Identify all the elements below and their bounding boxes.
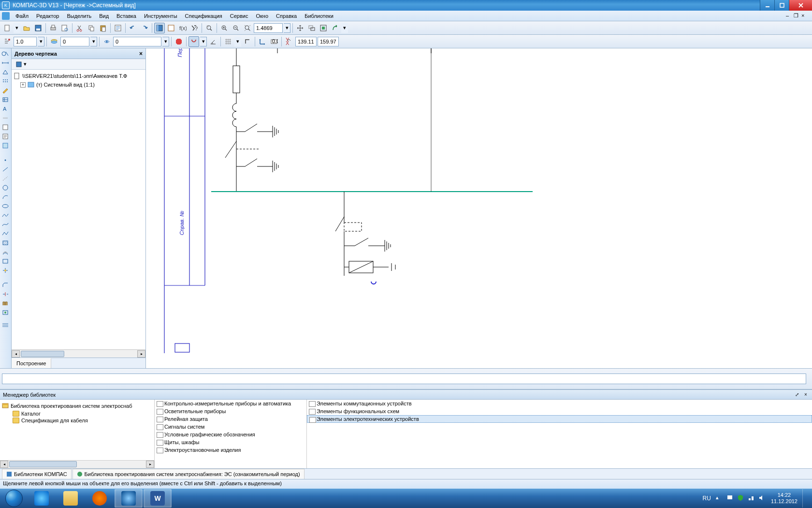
mdi-close-icon[interactable]: × <box>801 13 808 19</box>
lib-item-selected[interactable]: Элементы электротехнических устройств <box>307 415 812 423</box>
lib-item[interactable]: Сигналы систем <box>155 423 306 431</box>
lib-pin-icon[interactable]: ⤢ <box>794 391 800 398</box>
menu-libs[interactable]: Библиотеки <box>301 12 337 20</box>
layer-input[interactable] <box>60 37 89 46</box>
menu-tools[interactable]: Инструменты <box>140 12 181 20</box>
print-button[interactable] <box>48 23 58 33</box>
properties-button[interactable] <box>113 23 123 33</box>
local-cs-button[interactable] <box>257 36 268 47</box>
lib-tree-hscroll[interactable]: ◂▸ <box>0 460 154 468</box>
task-explorer[interactable] <box>57 489 85 508</box>
expand-icon[interactable]: + <box>20 82 26 88</box>
rounding-button[interactable]: 0.0 <box>269 36 279 47</box>
zoom-value-input[interactable] <box>254 23 283 33</box>
menu-view[interactable]: Вид <box>95 12 113 20</box>
point-icon[interactable] <box>0 156 11 164</box>
menu-insert[interactable]: Вставка <box>113 12 140 20</box>
insert-icon[interactable] <box>0 141 11 150</box>
grid-button[interactable] <box>223 36 233 47</box>
lib-tree-c2[interactable]: Спецификация для кабеля <box>2 417 152 424</box>
redraw-dropdown[interactable]: ▾ <box>341 23 348 33</box>
reports-icon[interactable] <box>0 132 11 141</box>
tree-hscroll[interactable]: ◂▸ <box>12 349 145 358</box>
task-media[interactable] <box>86 489 114 508</box>
bezier-icon[interactable] <box>0 220 11 229</box>
grid-tool-icon[interactable] <box>0 77 11 86</box>
refresh-button[interactable] <box>318 23 329 33</box>
task-word[interactable]: W <box>144 489 172 508</box>
maximize-button[interactable] <box>774 0 789 11</box>
toggle-panel-button[interactable] <box>154 23 165 33</box>
variables-button[interactable] <box>166 23 176 33</box>
menu-service[interactable]: Сервис <box>226 12 252 20</box>
zoom-prev-button[interactable] <box>306 23 317 33</box>
menu-app-icon[interactable] <box>2 12 10 20</box>
tree-tab-build[interactable]: Построение <box>12 358 51 368</box>
zoom-out-button[interactable] <box>231 23 241 33</box>
shield-icon[interactable] <box>737 494 745 502</box>
offset-icon[interactable] <box>0 248 11 256</box>
view-input[interactable] <box>113 37 161 46</box>
layer-dropdown[interactable]: ▾ <box>90 37 97 46</box>
help-button[interactable]: ? <box>189 23 200 33</box>
mdi-restore-icon[interactable]: ❐ <box>794 13 800 19</box>
spline-icon[interactable] <box>0 211 11 220</box>
lib-tree-root[interactable]: Библиотека проектирования систем электро… <box>2 402 152 410</box>
menu-select[interactable]: Выделить <box>63 12 95 20</box>
lib-tab-kompas[interactable]: Библиотеки КОМПАС <box>2 469 72 479</box>
message-input[interactable] <box>2 374 806 384</box>
lang-indicator[interactable]: RU <box>703 495 711 502</box>
redraw-button[interactable] <box>330 23 340 33</box>
lib-item[interactable]: Условные графические обозначения <box>155 431 306 438</box>
preview-button[interactable] <box>59 23 70 33</box>
lib-close-icon[interactable]: × <box>802 391 809 398</box>
copy-button[interactable] <box>86 23 97 33</box>
new-button[interactable] <box>2 23 13 33</box>
line-weight-dropdown[interactable]: ▾ <box>38 37 44 46</box>
clock[interactable]: 14:22 11.12.2012 <box>771 492 798 505</box>
lib-item[interactable]: Релейная защита <box>155 415 306 423</box>
redo-button[interactable] <box>139 23 150 33</box>
snap-button[interactable] <box>188 36 199 47</box>
symbols-icon[interactable] <box>0 68 11 76</box>
ellipse-icon[interactable] <box>0 202 11 210</box>
wires-icon[interactable] <box>0 321 11 329</box>
line-icon[interactable] <box>0 165 11 174</box>
tree-mode-button[interactable]: ▾ <box>14 59 29 70</box>
lib-item[interactable]: Контрольно-измерительные приборы и автом… <box>155 400 306 407</box>
hatch-icon[interactable] <box>0 239 11 247</box>
menu-file[interactable]: Файл <box>12 12 32 20</box>
geometry-icon[interactable] <box>0 49 11 58</box>
dimensions-icon[interactable] <box>0 59 11 67</box>
zoom-fit-button[interactable] <box>242 23 253 33</box>
menu-help[interactable]: Справка <box>272 12 301 20</box>
task-kompas[interactable] <box>115 489 143 508</box>
rect-icon[interactable] <box>0 257 11 266</box>
misc-icon[interactable] <box>0 114 11 122</box>
zoom-window-button[interactable] <box>204 23 215 33</box>
menu-window[interactable]: Окно <box>252 12 272 20</box>
new-dropdown[interactable]: ▾ <box>14 23 20 33</box>
volume-icon[interactable] <box>758 494 766 502</box>
cut-button[interactable] <box>74 23 85 33</box>
close-button[interactable] <box>789 0 812 11</box>
minimize-button[interactable] <box>760 0 774 11</box>
stop-button[interactable] <box>174 36 184 47</box>
network-icon[interactable] <box>748 494 755 502</box>
spec-icon[interactable] <box>0 123 11 132</box>
lib-item[interactable]: Щиты, шкафы <box>155 438 306 446</box>
lib-item[interactable]: Осветительные приборы <box>155 407 306 415</box>
open-button[interactable] <box>21 23 32 33</box>
menu-editor[interactable]: Редактор <box>32 12 63 20</box>
lib-icon[interactable] <box>0 299 11 308</box>
edit-icon[interactable] <box>0 86 11 95</box>
circle-icon[interactable] <box>0 183 11 192</box>
angle-snap-button[interactable] <box>208 36 218 47</box>
trim-icon[interactable] <box>0 290 11 299</box>
lib-item[interactable]: Элементы функциональных схем <box>307 407 812 415</box>
flag-icon[interactable] <box>726 494 734 502</box>
ortho-button[interactable] <box>242 36 253 47</box>
polyline-icon[interactable] <box>0 229 11 238</box>
lib-tree-c1[interactable]: Каталог <box>2 410 152 417</box>
snap-dropdown[interactable]: ▾ <box>200 37 207 46</box>
